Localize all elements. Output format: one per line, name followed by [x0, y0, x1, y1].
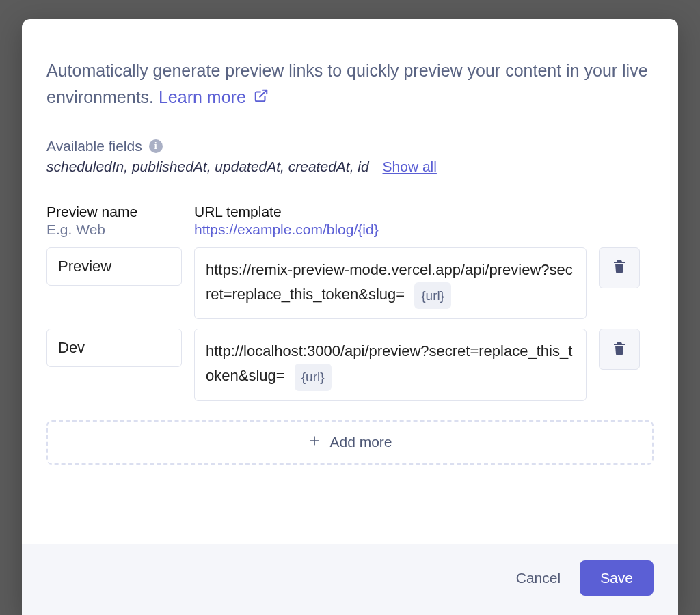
- delete-entry-button[interactable]: [599, 247, 640, 288]
- save-button[interactable]: Save: [580, 560, 654, 596]
- name-example: E.g. Web: [46, 221, 182, 238]
- url-variable-chip[interactable]: {url}: [295, 364, 332, 390]
- add-more-button[interactable]: Add more: [46, 420, 654, 465]
- fields-values: scheduledIn, publishedAt, updatedAt, cre…: [46, 159, 369, 174]
- preview-name-input[interactable]: [46, 329, 182, 367]
- available-fields-header: Available fields i: [46, 138, 654, 154]
- preview-name-column-header: Preview name E.g. Web: [46, 204, 182, 238]
- trash-icon: [611, 258, 628, 277]
- url-text: http://localhost:3000/api/preview?secret…: [206, 342, 572, 385]
- preview-entries-grid: Preview name E.g. Web URL template https…: [46, 204, 654, 401]
- url-variable-chip[interactable]: {url}: [414, 282, 451, 309]
- modal-body: Automatically generate preview links to …: [22, 19, 678, 544]
- cancel-button[interactable]: Cancel: [516, 570, 561, 586]
- modal-description: Automatically generate preview links to …: [46, 57, 654, 111]
- available-fields-list: scheduledIn, publishedAt, updatedAt, cre…: [46, 159, 654, 175]
- preview-name-input[interactable]: [46, 247, 182, 286]
- learn-more-link[interactable]: Learn more: [159, 87, 269, 107]
- name-header: Preview name: [46, 204, 182, 220]
- external-link-icon: [254, 84, 269, 111]
- description-text: Automatically generate preview links to …: [46, 61, 648, 107]
- preview-urls-modal: Automatically generate preview links to …: [22, 19, 678, 615]
- url-example: https://example.com/blog/{id}: [194, 221, 587, 238]
- info-icon[interactable]: i: [149, 139, 163, 153]
- show-all-link[interactable]: Show all: [383, 159, 437, 174]
- modal-footer: Cancel Save: [22, 544, 678, 615]
- url-template-input[interactable]: http://localhost:3000/api/preview?secret…: [194, 329, 587, 401]
- url-text: https://remix-preview-mode.vercel.app/ap…: [206, 261, 573, 303]
- available-fields-label: Available fields: [46, 138, 142, 154]
- add-more-label: Add more: [329, 434, 392, 450]
- trash-icon: [611, 340, 628, 359]
- url-header: URL template: [194, 204, 587, 220]
- url-template-column-header: URL template https://example.com/blog/{i…: [194, 204, 587, 238]
- plus-icon: [308, 434, 321, 451]
- delete-entry-button[interactable]: [599, 329, 640, 370]
- url-template-input[interactable]: https://remix-preview-mode.vercel.app/ap…: [194, 247, 587, 320]
- learn-more-text: Learn more: [159, 87, 246, 107]
- svg-line-0: [260, 90, 267, 97]
